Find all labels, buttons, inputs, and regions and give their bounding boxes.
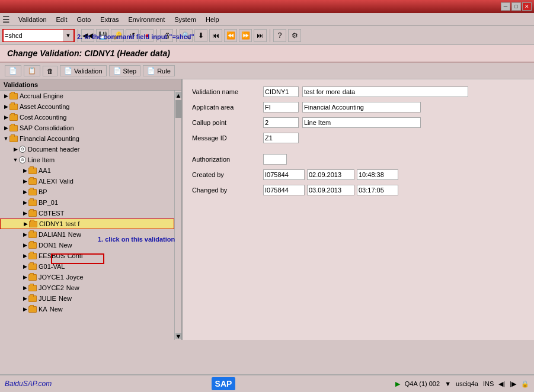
arrow-dalian1[interactable]: ▶ — [21, 231, 28, 238]
arrow-joyce2[interactable]: ▶ — [21, 284, 28, 291]
callup-point-input[interactable] — [263, 117, 299, 128]
validation-name-input[interactable] — [263, 86, 299, 97]
tree-item-asset[interactable]: ▶ Asset Accounting — [0, 101, 174, 112]
tree-item-fin-acc[interactable]: ▼ Financial Accounting — [0, 133, 174, 144]
menu-validation[interactable]: Validation — [14, 15, 52, 24]
arrow-bp01[interactable]: ▶ — [21, 199, 28, 206]
arrow-g01val[interactable]: ▶ — [21, 263, 28, 270]
folder-icon-cbtest — [28, 210, 37, 217]
tree-item-julie[interactable]: ▶ JULIE New — [0, 293, 174, 304]
tree-item-cost[interactable]: ▶ Cost Accounting — [0, 112, 174, 123]
nav1-button[interactable]: ⏮ — [209, 29, 222, 42]
arrow-line-item[interactable]: ▼ — [12, 156, 19, 163]
clock-icon-doc-header: ⊙ — [19, 146, 26, 153]
shortcut-button[interactable]: 🔑 — [111, 29, 124, 42]
arrow-bp[interactable]: ▶ — [21, 188, 28, 195]
nav3-button[interactable]: ⏩ — [239, 29, 252, 42]
arrow-cbtest[interactable]: ▶ — [21, 210, 28, 217]
callup-point-desc-input[interactable] — [302, 117, 421, 128]
copy-icon: 📋 — [28, 67, 36, 75]
validation-button[interactable]: 📄 Validation — [60, 65, 107, 76]
step-label: Step — [123, 68, 137, 75]
tree-item-alexi[interactable]: ▶ ALEXI Valid — [0, 176, 174, 187]
applicatn-area-desc-input[interactable] — [302, 102, 421, 113]
tree-item-eesbus[interactable]: ▶ EESBUS Confi — [0, 250, 174, 261]
command-dropdown-button[interactable]: ▼ — [63, 30, 73, 41]
tree-item-ka[interactable]: ▶ KA New — [0, 304, 174, 314]
arrow-cidny1[interactable]: ▶ — [22, 220, 29, 227]
arrow-ka[interactable]: ▶ — [21, 306, 28, 313]
status-btn3[interactable]: 🔒 — [521, 380, 529, 388]
tree-item-cbtest[interactable]: ▶ CBTEST — [0, 208, 174, 219]
find-button[interactable]: 🔍 — [180, 29, 193, 42]
arrow-sap-consol[interactable]: ▶ — [2, 124, 9, 131]
find-next-button[interactable]: ⬇ — [194, 29, 207, 42]
menu-extras[interactable]: Extras — [95, 15, 123, 24]
prev-button[interactable]: ◀◀ — [81, 29, 94, 42]
status-btn1[interactable]: ◀| — [498, 380, 505, 388]
tree-item-joyce1[interactable]: ▶ JOYCE1 Joyce — [0, 272, 174, 282]
validation-desc-input[interactable] — [302, 86, 468, 97]
tree-item-cidny1[interactable]: ▶ CIDNY1 test f — [0, 219, 174, 229]
applicatn-area-input[interactable] — [263, 102, 299, 113]
menu-system[interactable]: System — [170, 15, 201, 24]
menu-help[interactable]: Help — [201, 15, 224, 24]
tree-item-bp[interactable]: ▶ BP — [0, 187, 174, 197]
tree-item-line-item[interactable]: ▼ ⊙ Line Item — [0, 155, 174, 165]
new-icon: 📄 — [9, 67, 17, 75]
step-icon: 📄 — [113, 67, 121, 75]
new-button[interactable]: 📄 — [5, 65, 21, 76]
maximize-button[interactable]: □ — [511, 2, 521, 11]
arrow-eesbus[interactable]: ▶ — [21, 252, 28, 259]
rule-button[interactable]: 📄 Rule — [143, 65, 175, 76]
play-icon: ▶ — [395, 380, 400, 388]
arrow-alexi[interactable]: ▶ — [21, 178, 28, 185]
step-button[interactable]: 📄 Step — [109, 65, 141, 76]
arrow-accrual[interactable]: ▶ — [2, 92, 9, 99]
tree-item-doc-header[interactable]: ▶ ⊙ Document header — [0, 144, 174, 155]
save-button[interactable]: 💾 — [96, 29, 109, 42]
arrow-cost[interactable]: ▶ — [2, 114, 9, 121]
folder-icon-bp01 — [28, 200, 37, 206]
tree-item-aa1[interactable]: ▶ AA1 — [0, 165, 174, 176]
authorization-input[interactable] — [263, 154, 287, 165]
minimize-button[interactable]: ─ — [501, 2, 510, 11]
stop-button[interactable]: ● — [140, 29, 154, 42]
arrow-joyce1[interactable]: ▶ — [21, 274, 28, 281]
arrow-doc-header[interactable]: ▶ — [12, 146, 19, 153]
arrow-fin-acc[interactable]: ▼ — [2, 135, 9, 142]
changed-by-date: 03.09.2013 — [307, 185, 354, 195]
tree-item-g01val[interactable]: ▶ G01-VAL — [0, 261, 174, 272]
mode-info: INS — [483, 380, 494, 387]
scrollbar-thumb[interactable] — [175, 100, 181, 118]
tree-item-dalian1[interactable]: ▶ DALIAN1 New — [0, 229, 174, 240]
message-id-input[interactable] — [263, 133, 299, 143]
scrollbar-down[interactable]: ▼ — [175, 333, 181, 339]
delete-button[interactable]: 🗑 — [43, 66, 57, 76]
menu-goto[interactable]: Goto — [72, 15, 95, 24]
tree-scroll-area[interactable]: ▶ Accrual Engine ▶ Asset Accounting ▶ — [0, 91, 174, 340]
menu-edit[interactable]: Edit — [52, 15, 72, 24]
arrow-julie[interactable]: ▶ — [21, 295, 28, 302]
print-button[interactable]: 🖨 — [160, 29, 173, 42]
tree-item-bp01[interactable]: ▶ BP_01 — [0, 197, 174, 208]
status-btn2[interactable]: |▶ — [510, 380, 516, 388]
command-input[interactable] — [4, 30, 63, 41]
tree-item-joyce2[interactable]: ▶ JOYCE2 New — [0, 282, 174, 293]
arrow-don1[interactable]: ▶ — [21, 242, 28, 249]
arrow-aa1[interactable]: ▶ — [21, 167, 28, 174]
tree-item-accrual[interactable]: ▶ Accrual Engine — [0, 91, 174, 101]
arrow-asset[interactable]: ▶ — [2, 103, 9, 110]
refresh-button[interactable]: ↺ — [126, 29, 139, 42]
tree-item-don1[interactable]: ▶ DON1 New — [0, 240, 174, 250]
scrollbar-up[interactable]: ▲ — [175, 92, 181, 98]
copy-button[interactable]: 📋 — [24, 65, 40, 76]
help-button[interactable]: ? — [273, 29, 286, 42]
menu-environment[interactable]: Environment — [124, 15, 170, 24]
nav4-button[interactable]: ⏭ — [254, 29, 267, 42]
folder-icon-aa1 — [28, 168, 37, 174]
close-button[interactable]: ✕ — [522, 2, 532, 11]
nav2-button[interactable]: ⏪ — [224, 29, 237, 42]
customize-button[interactable]: ⚙ — [288, 29, 301, 42]
tree-item-sap-consol[interactable]: ▶ SAP Consolidation — [0, 123, 174, 133]
